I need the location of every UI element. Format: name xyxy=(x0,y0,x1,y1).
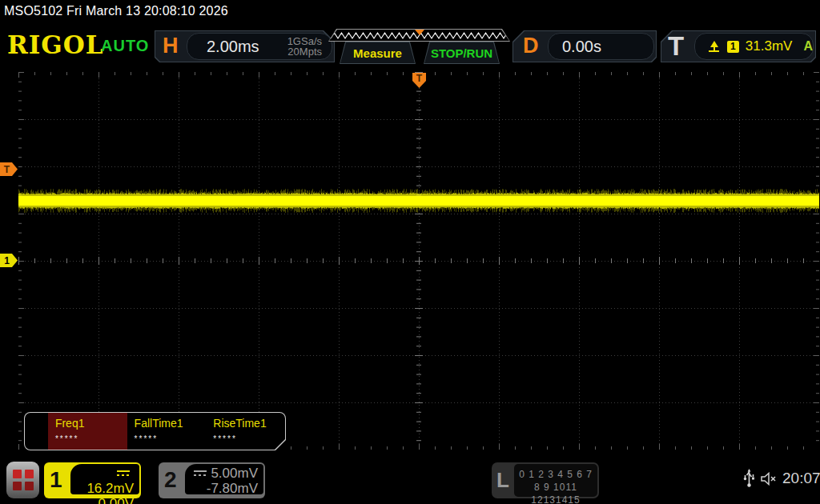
trigger-level-marker[interactable]: T xyxy=(0,162,18,176)
trigger-source-badge: 1 xyxy=(727,41,739,53)
channel1-trace xyxy=(18,72,819,450)
measure-button[interactable]: Measure xyxy=(340,42,416,64)
measurement-name: RiseTime1 xyxy=(213,417,285,430)
red-squares-icon xyxy=(13,470,34,490)
logic-analyzer-label: L xyxy=(496,468,509,493)
red-square xyxy=(25,470,34,478)
logic-channel-numbers: 0 1 2 3 4 5 6 7 8 9 1011 12131415 xyxy=(514,464,597,497)
channel2-values: 5.00mV -7.80mV xyxy=(185,464,263,494)
trigger-pill: 1 31.3mV A xyxy=(694,33,814,60)
speaker-muted-icon xyxy=(761,472,779,486)
trigger-label: T xyxy=(668,31,684,62)
measure-button-label: Measure xyxy=(340,42,415,63)
channel1-ground-marker[interactable]: 1 xyxy=(0,254,18,267)
measurement-value: ***** xyxy=(55,434,127,443)
stop-run-button-label: STOP/RUN xyxy=(424,42,499,63)
channel2-status-block[interactable]: 2 5.00mV -7.80mV xyxy=(159,462,265,498)
logic-channels-row-bottom: 8 9 1011 12131415 xyxy=(514,481,597,504)
channel2-number: 2 xyxy=(164,467,177,493)
timebase-pill: 2.00ms 1GSa/s 20Mpts xyxy=(187,33,332,60)
delay-pill: 0.00s xyxy=(548,33,654,60)
model-and-date-text: MSO5102 Fri March 13 20:08:10 2026 xyxy=(4,4,228,18)
measurement-value: ***** xyxy=(135,434,207,443)
function-navigation-button[interactable] xyxy=(6,462,39,498)
red-square xyxy=(25,482,34,490)
red-square xyxy=(13,482,22,490)
delay-value: 0.00s xyxy=(562,38,601,56)
sample-rate-and-depth: 1GSa/s 20Mpts xyxy=(287,36,322,57)
channel1-offset: 0.00V xyxy=(70,496,134,504)
measurement-item-falltime1[interactable]: FallTime1 ***** xyxy=(127,413,207,450)
measurement-name: Freq1 xyxy=(55,417,127,430)
overview-trigger-position-icon[interactable] xyxy=(415,30,424,35)
memory-depth: 20Mpts xyxy=(287,46,322,58)
channel1-number: 1 xyxy=(50,467,62,493)
trigger-settings-block[interactable]: T 1 31.3mV A xyxy=(661,30,816,62)
waveform-overview-strip[interactable] xyxy=(328,29,510,42)
channel1-values: 16.2mV 0.00V xyxy=(70,464,139,494)
rising-edge-trigger-icon xyxy=(708,41,721,53)
channel1-status-block[interactable]: 1 16.2mV 0.00V xyxy=(44,462,141,498)
channel2-offset: -7.80mV xyxy=(185,481,258,496)
waveform-display-area xyxy=(18,72,819,450)
stop-run-button[interactable]: STOP/RUN xyxy=(424,42,500,64)
measurement-item-freq1[interactable]: Freq1 ***** xyxy=(48,413,127,450)
measurement-results-panel: Freq1 ***** FallTime1 ***** RiseTime1 **… xyxy=(24,412,286,450)
horizontal-label: H xyxy=(163,34,179,58)
dc-coupling-icon xyxy=(194,470,207,476)
logic-channels-row-top: 0 1 2 3 4 5 6 7 xyxy=(514,468,597,481)
measurement-item-risetime1[interactable]: RiseTime1 ***** xyxy=(206,413,285,450)
delay-label: D xyxy=(523,34,539,58)
trigger-sweep-mode: A xyxy=(803,39,813,54)
channel1-scale: 16.2mV xyxy=(86,481,134,496)
oscilloscope-screen: MSO5102 Fri March 13 20:08:10 2026 RIGOL… xyxy=(0,0,820,504)
panel-body: Freq1 ***** FallTime1 ***** RiseTime1 **… xyxy=(25,413,285,450)
measurement-name: FallTime1 xyxy=(135,417,207,430)
clock-display: 20:07 xyxy=(782,470,820,487)
measurement-value: ***** xyxy=(213,434,285,443)
horizontal-timebase-block[interactable]: H 2.00ms 1GSa/s 20Mpts xyxy=(155,30,335,62)
red-square xyxy=(13,470,22,478)
acquire-mode-indicator: AUTO xyxy=(101,37,149,55)
usb-icon xyxy=(743,469,755,488)
rigol-logo: RIGOL xyxy=(7,30,104,59)
trigger-level-value: 31.3mV xyxy=(746,38,793,54)
trigger-delay-block[interactable]: D 0.00s xyxy=(512,30,657,62)
logic-analyzer-status-block[interactable]: L 0 1 2 3 4 5 6 7 8 9 1011 12131415 xyxy=(492,462,599,498)
measurement-spacer xyxy=(25,413,48,450)
dc-coupling-icon xyxy=(117,470,130,476)
channel2-scale: 5.00mV xyxy=(211,466,258,481)
timebase-value: 2.00ms xyxy=(207,38,259,56)
